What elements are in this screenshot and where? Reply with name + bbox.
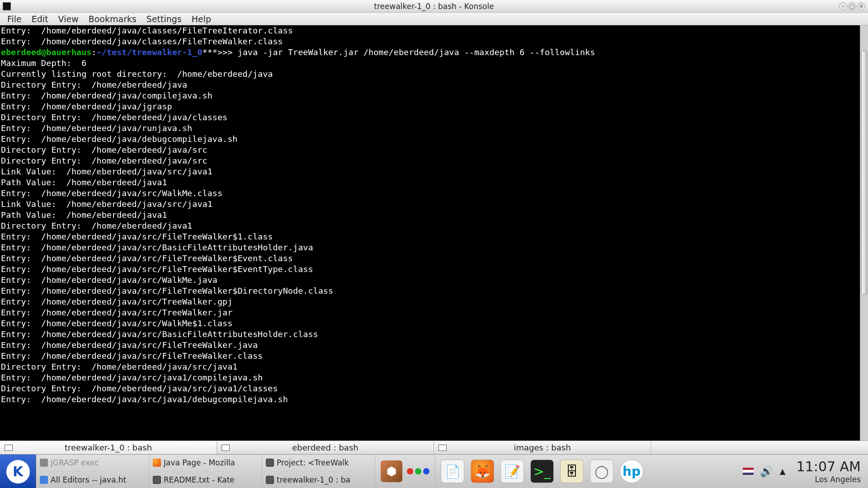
terminal-output-line: Entry: /home/eberdeed/java/debugcompilej… [1, 134, 867, 145]
clock-widget[interactable]: 11:07 AM Los Angeles [792, 459, 861, 484]
session-tab[interactable]: images : bash [434, 441, 651, 454]
volume-icon[interactable]: 🔊 [760, 465, 774, 478]
terminal-output-line: Directory Entry: /home/eberdeed/java/src [1, 145, 867, 155]
terminal-output-line: Entry: /home/eberdeed/java/src/FileTreeW… [1, 231, 867, 242]
taskbar-entry[interactable]: Java Page - Mozilla [149, 455, 262, 472]
terminal-output-line: Entry: /home/eberdeed/java/classes/FileT… [1, 25, 867, 36]
menu-bookmarks[interactable]: Bookmarks [84, 13, 141, 25]
terminal-output-line: Entry: /home/eberdeed/java/src/WalkMe$1.… [1, 318, 867, 329]
session-tab-label: treewalker-1_0 : bash [65, 443, 152, 452]
task-app-icon [153, 476, 161, 484]
terminal-prompt-line: eberdeed@bauerhaus:~/test/treewalker-1_0… [1, 47, 867, 58]
task-app-icon [266, 476, 274, 484]
app-launchers: 📄 🦊 📝 >_ 🗄 ◯ hp [435, 455, 649, 488]
task-label: jGRASP exec [51, 458, 99, 467]
window-app-icon [3, 2, 11, 10]
terminal-output-line: Directory Entry: /home/eberdeed/java/src… [1, 361, 867, 372]
terminal-output-line: Directory Entry: /home/eberdeed/java [1, 80, 867, 90]
task-label: Java Page - Mozilla [164, 458, 235, 467]
tray-expand-icon[interactable]: ▲ [780, 467, 786, 476]
session-tab-label: images : bash [514, 443, 571, 452]
task-label: All Editors -- java.ht [51, 475, 126, 484]
terminal-output-line: Entry: /home/eberdeed/java/src/FileTreeW… [1, 286, 867, 296]
terminal-output-line: Entry: /home/eberdeed/java/src/FileTreeW… [1, 340, 867, 351]
maximize-button[interactable]: ▢ [848, 2, 856, 10]
terminal-output-line: Entry: /home/eberdeed/java/compilejava.s… [1, 90, 867, 101]
task-app-icon [40, 459, 48, 467]
terminal-output-line: Entry: /home/eberdeed/java/src/BasicFile… [1, 242, 867, 253]
terminal-output-line: Directory Entry: /home/eberdeed/java/cla… [1, 112, 867, 123]
terminal-output-line: Entry: /home/eberdeed/java/src/WalkMe.ja… [1, 275, 867, 286]
prompt-command: java -jar TreeWalker.jar /home/eberdeed/… [238, 47, 595, 57]
scrollbar-thumb[interactable] [861, 51, 867, 295]
menu-settings[interactable]: Settings [142, 13, 186, 25]
keyboard-layout-icon[interactable] [743, 468, 754, 475]
kickoff-menu-button[interactable]: K [0, 455, 36, 488]
terminal-output-line: Entry: /home/eberdeed/java/classes/FileT… [1, 36, 867, 47]
menu-file[interactable]: File [3, 13, 26, 25]
clock-time: 11:07 AM [797, 459, 861, 475]
menu-view[interactable]: View [54, 13, 83, 25]
task-app-icon [153, 459, 161, 467]
prompt-cwd: ~/test/treewalker-1_0 [97, 47, 203, 57]
task-label: README.txt - Kate [164, 475, 235, 484]
window-controls: – ▢ × [839, 2, 865, 10]
menu-help[interactable]: Help [187, 13, 216, 25]
window-title: treewalker-1_0 : bash - Konsole [374, 2, 494, 11]
close-button[interactable]: × [857, 2, 865, 10]
taskbar-entry[interactable]: README.txt - Kate [149, 472, 262, 488]
taskbar: K jGRASP execAll Editors -- java.htJava … [0, 454, 868, 488]
task-app-icon [40, 476, 48, 484]
task-label: Project: <TreeWalk [277, 458, 349, 467]
prompt-userhost: eberdeed@bauerhaus [1, 47, 91, 57]
terminal-output-line: Directory Entry: /home/eberdeed/java/src [1, 155, 867, 166]
terminal-output-line: Entry: /home/eberdeed/java/src/FileTreeW… [1, 264, 867, 275]
menu-edit[interactable]: Edit [27, 13, 53, 25]
terminal-output-line: Link Value: /home/eberdeed/java/src/java… [1, 166, 867, 177]
text-editor-icon[interactable]: 📝 [500, 460, 524, 483]
taskbar-entry[interactable]: All Editors -- java.ht [36, 472, 149, 488]
terminal-tab-icon [222, 445, 230, 451]
steam-icon[interactable]: ◯ [590, 460, 613, 483]
terminal-output-line: Entry: /home/eberdeed/java/jgrasp [1, 101, 867, 112]
titlebar[interactable]: treewalker-1_0 : bash - Konsole – ▢ × [0, 0, 868, 13]
libreoffice-icon[interactable]: 📄 [441, 460, 464, 483]
taskbar-column: jGRASP execAll Editors -- java.ht [36, 455, 149, 488]
task-label: treewalker-1_0 : ba [277, 475, 350, 484]
taskbar-entry[interactable]: Project: <TreeWalk [262, 455, 375, 472]
terminal-output-line: Directory Entry: /home/eberdeed/java1 [1, 221, 867, 231]
minimize-button[interactable]: – [839, 2, 847, 10]
terminal-output-line: Maximum Depth: 6 [1, 58, 867, 69]
activity-switcher-icon[interactable] [407, 468, 429, 474]
file-manager-icon[interactable]: 🗄 [560, 460, 584, 483]
terminal-output-line: Directory Entry: /home/eberdeed/java/src… [1, 383, 867, 394]
terminal-output-line: Path Value: /home/eberdeed/java1 [1, 177, 867, 188]
package-manager-icon[interactable]: ⬢ [381, 460, 402, 482]
firefox-icon[interactable]: 🦊 [471, 460, 494, 483]
terminal-output-line: Entry: /home/eberdeed/java/src/java1/com… [1, 372, 867, 383]
terminal-tab-icon [439, 445, 447, 451]
task-app-icon [266, 459, 274, 467]
terminal-viewport[interactable]: Entry: /home/eberdeed/java/classes/FileT… [0, 25, 868, 441]
session-tab-label: eberdeed : bash [292, 443, 358, 452]
terminal-scrollbar[interactable] [860, 25, 868, 441]
terminal-output-line: Entry: /home/eberdeed/java/src/TreeWalke… [1, 307, 867, 318]
quick-launch-group-1: ⬢ [375, 455, 435, 488]
taskbar-entry[interactable]: treewalker-1_0 : ba [262, 472, 375, 488]
menubar: File Edit View Bookmarks Settings Help [0, 13, 868, 25]
hp-tools-icon[interactable]: hp [620, 460, 643, 483]
taskbar-entry[interactable]: jGRASP exec [36, 455, 149, 472]
konsole-icon[interactable]: >_ [530, 460, 554, 483]
terminal-tab-icon [5, 445, 13, 451]
session-tab[interactable]: eberdeed : bash [217, 441, 434, 454]
terminal-output-line: Entry: /home/eberdeed/java/src/BasicFile… [1, 329, 867, 340]
terminal-output-line: Entry: /home/eberdeed/java/runjava.sh [1, 123, 867, 134]
terminal-output-line: Entry: /home/eberdeed/java/src/WalkMe.cl… [1, 188, 867, 199]
system-tray: 🔊 ▲ 11:07 AM Los Angeles [736, 455, 868, 488]
taskbar-column: Java Page - MozillaREADME.txt - Kate [149, 455, 262, 488]
clock-location: Los Angeles [797, 475, 861, 484]
terminal-output-line: Link Value: /home/eberdeed/java/src/java… [1, 199, 867, 210]
terminal-output-line: Entry: /home/eberdeed/java/src/TreeWalke… [1, 296, 867, 307]
session-tab[interactable]: treewalker-1_0 : bash [0, 441, 217, 454]
terminal-output-line: Entry: /home/eberdeed/java/src/FileTreeW… [1, 253, 867, 264]
